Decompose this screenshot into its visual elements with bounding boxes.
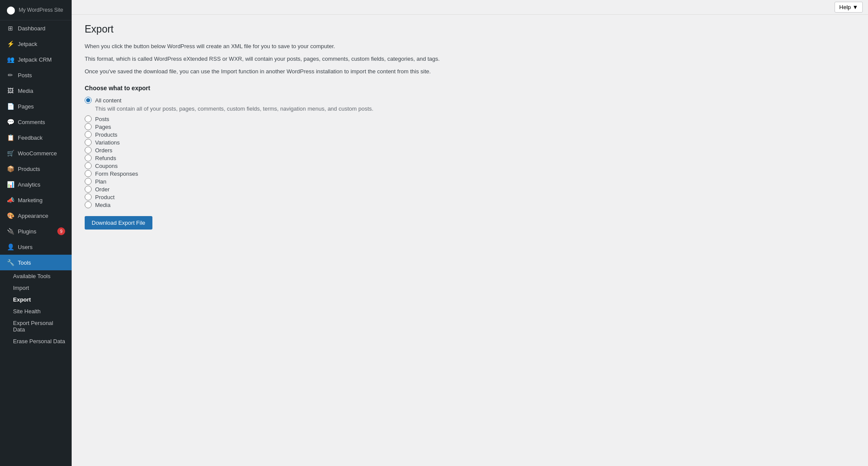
radio-label-plan[interactable]: Plan	[95, 178, 106, 185]
sidebar-item-jetpack[interactable]: ⚡Jetpack	[0, 36, 72, 52]
jetpack-crm-icon: 👥	[7, 56, 14, 63]
radio-all-content[interactable]: All content	[85, 97, 855, 104]
radio-all-content-input[interactable]	[85, 97, 92, 104]
sidebar-label-plugins: Plugins	[18, 228, 36, 235]
sidebar: ⬤ My WordPress Site ⊞Dashboard⚡Jetpack👥J…	[0, 0, 72, 466]
sidebar-item-tools[interactable]: 🔧Tools	[0, 255, 72, 270]
sidebar-label-products: Products	[18, 166, 40, 172]
page-title: Export	[85, 23, 855, 35]
radio-plan[interactable]: Plan	[85, 178, 855, 185]
radio-label-refunds[interactable]: Refunds	[95, 155, 116, 161]
sidebar-label-woocommerce: WooCommerce	[18, 150, 57, 157]
section-title: Choose what to export	[85, 85, 855, 92]
radio-input-coupons[interactable]	[85, 162, 92, 169]
radio-pages[interactable]: Pages	[85, 123, 855, 130]
sidebar-nav: ⊞Dashboard⚡Jetpack👥Jetpack CRM✏Posts🖼Med…	[0, 20, 72, 347]
radio-refunds[interactable]: Refunds	[85, 154, 855, 161]
marketing-icon: 📣	[7, 196, 14, 204]
radio-input-order[interactable]	[85, 186, 92, 193]
sidebar-label-marketing: Marketing	[18, 197, 43, 203]
analytics-icon: 📊	[7, 180, 14, 188]
radio-products[interactable]: Products	[85, 131, 855, 138]
help-button[interactable]: Help ▼	[835, 2, 863, 13]
radio-label-coupons[interactable]: Coupons	[95, 163, 118, 169]
comments-icon: 💬	[7, 118, 14, 126]
woocommerce-icon: 🛒	[7, 149, 14, 157]
radio-all-content-label[interactable]: All content	[95, 97, 122, 104]
sidebar-item-posts[interactable]: ✏Posts	[0, 67, 72, 83]
radio-label-products[interactable]: Products	[95, 131, 117, 138]
submenu-item-import[interactable]: Import	[0, 282, 72, 294]
sidebar-label-feedback: Feedback	[18, 135, 43, 141]
radio-label-orders[interactable]: Orders	[95, 147, 112, 154]
desc1: When you click the button below WordPres…	[85, 42, 855, 51]
radio-input-variations[interactable]	[85, 139, 92, 146]
radio-coupons[interactable]: Coupons	[85, 162, 855, 169]
radio-input-products[interactable]	[85, 131, 92, 138]
sidebar-item-marketing[interactable]: 📣Marketing	[0, 192, 72, 208]
jetpack-icon: ⚡	[7, 40, 14, 48]
radio-input-pages[interactable]	[85, 123, 92, 130]
radio-input-media[interactable]	[85, 201, 92, 208]
sidebar-label-pages: Pages	[18, 103, 34, 110]
topbar: Help ▼	[72, 0, 868, 15]
plugins-badge: 9	[57, 227, 65, 235]
dashboard-icon: ⊞	[7, 24, 14, 32]
download-export-button[interactable]: Download Export File	[85, 216, 152, 230]
sidebar-item-dashboard[interactable]: ⊞Dashboard	[0, 20, 72, 36]
media-icon: 🖼	[7, 87, 14, 95]
submenu-item-export-personal-data[interactable]: Export Personal Data	[0, 317, 72, 335]
radio-posts[interactable]: Posts	[85, 115, 855, 122]
submenu-item-available-tools[interactable]: Available Tools	[0, 270, 72, 282]
sidebar-item-woocommerce[interactable]: 🛒WooCommerce	[0, 145, 72, 161]
submenu-item-erase-personal-data[interactable]: Erase Personal Data	[0, 335, 72, 347]
sidebar-label-tools: Tools	[18, 259, 31, 266]
radio-label-posts[interactable]: Posts	[95, 116, 109, 122]
sidebar-item-products[interactable]: 📦Products	[0, 161, 72, 177]
content-area: Export When you click the button below W…	[72, 15, 868, 466]
sidebar-label-jetpack-crm: Jetpack CRM	[18, 56, 52, 63]
sidebar-item-plugins[interactable]: 🔌Plugins9	[0, 223, 72, 239]
radio-form-responses[interactable]: Form Responses	[85, 170, 855, 177]
users-icon: 👤	[7, 243, 14, 251]
sidebar-label-comments: Comments	[18, 119, 45, 125]
radio-input-orders[interactable]	[85, 147, 92, 154]
radio-order[interactable]: Order	[85, 186, 855, 193]
radio-label-order[interactable]: Order	[95, 186, 109, 193]
radio-input-product[interactable]	[85, 194, 92, 200]
desc3: Once you've saved the download file, you…	[85, 67, 855, 76]
radio-label-media[interactable]: Media	[95, 202, 110, 208]
radio-input-plan[interactable]	[85, 178, 92, 185]
radio-label-pages[interactable]: Pages	[95, 124, 111, 130]
pages-icon: 📄	[7, 102, 14, 110]
sidebar-item-jetpack-crm[interactable]: 👥Jetpack CRM	[0, 52, 72, 67]
radio-label-form-responses[interactable]: Form Responses	[95, 171, 138, 177]
radio-input-refunds[interactable]	[85, 154, 92, 161]
radio-input-form-responses[interactable]	[85, 170, 92, 177]
all-content-description: This will contain all of your posts, pag…	[95, 105, 855, 112]
main-area: Help ▼ Export When you click the button …	[72, 0, 868, 466]
sidebar-item-users[interactable]: 👤Users	[0, 239, 72, 255]
submenu-item-site-health[interactable]: Site Health	[0, 305, 72, 317]
sidebar-item-analytics[interactable]: 📊Analytics	[0, 177, 72, 192]
sidebar-item-pages[interactable]: 📄Pages	[0, 98, 72, 114]
submenu-item-export[interactable]: Export	[0, 294, 72, 305]
radio-media[interactable]: Media	[85, 201, 855, 208]
radio-variations[interactable]: Variations	[85, 139, 855, 146]
sidebar-item-feedback[interactable]: 📋Feedback	[0, 130, 72, 145]
radio-product[interactable]: Product	[85, 194, 855, 200]
sidebar-label-posts: Posts	[18, 72, 32, 79]
tools-submenu: Available ToolsImportExportSite HealthEx…	[0, 270, 72, 347]
radio-label-variations[interactable]: Variations	[95, 139, 120, 146]
radio-orders[interactable]: Orders	[85, 147, 855, 154]
desc2: This format, which is called WordPress e…	[85, 55, 855, 64]
sidebar-item-comments[interactable]: 💬Comments	[0, 114, 72, 130]
sidebar-label-media: Media	[18, 88, 33, 94]
sidebar-item-media[interactable]: 🖼Media	[0, 83, 72, 98]
radio-label-product[interactable]: Product	[95, 194, 115, 200]
sidebar-label-jetpack: Jetpack	[18, 41, 37, 47]
sidebar-label-appearance: Appearance	[18, 213, 48, 219]
sidebar-item-appearance[interactable]: 🎨Appearance	[0, 208, 72, 223]
products-icon: 📦	[7, 165, 14, 173]
radio-input-posts[interactable]	[85, 115, 92, 122]
